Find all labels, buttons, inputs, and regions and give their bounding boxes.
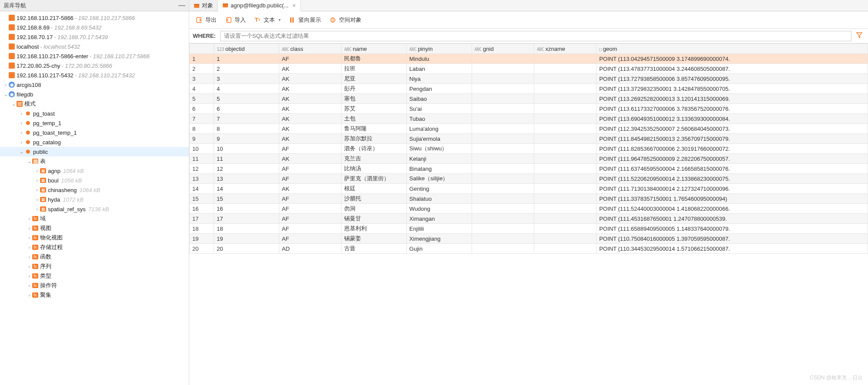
- table-row[interactable]: 44AK彭丹PengdanPOINT (113.3729832350001 3.…: [190, 84, 868, 94]
- cell[interactable]: AK: [279, 64, 341, 74]
- cell[interactable]: [472, 244, 534, 254]
- table-row[interactable]: 1515AF沙腊托ShalatuoPOINT (111.337835715000…: [190, 194, 868, 204]
- cell[interactable]: [472, 164, 534, 174]
- cell[interactable]: 16: [214, 204, 279, 214]
- table-row[interactable]: 2020AD古晋GujinPOINT (110.34453029500014 1…: [190, 244, 868, 254]
- cell[interactable]: Shalatuo: [406, 194, 472, 204]
- cell[interactable]: AF: [279, 204, 341, 214]
- column-header[interactable]: ABCclass: [279, 44, 341, 54]
- table-row[interactable]: 1919AF锡蒙姜XimengjiangPOINT (110.750840160…: [190, 234, 868, 244]
- tree-node[interactable]: ›fx类型: [0, 271, 189, 281]
- cell[interactable]: 萨里克（泗里街）: [342, 174, 407, 184]
- rownum-cell[interactable]: 16: [190, 204, 214, 214]
- cell[interactable]: 2: [214, 64, 279, 74]
- cell[interactable]: [472, 74, 534, 84]
- table-row[interactable]: 1010AF泗务（诗巫）Siwu（shiwu）POINT (111.828536…: [190, 144, 868, 154]
- twist-icon[interactable]: ›: [34, 168, 40, 173]
- cell[interactable]: [472, 54, 534, 64]
- cell[interactable]: [472, 114, 534, 124]
- cell[interactable]: POINT (112.39425352500007 2.560684045000…: [597, 124, 868, 134]
- twist-icon[interactable]: ›: [26, 292, 32, 298]
- table-row[interactable]: 11AF民都鲁MinduluPOINT (113.04294571500009 …: [190, 54, 868, 64]
- cell[interactable]: Kelanji: [406, 154, 472, 164]
- minimize-icon[interactable]: [178, 5, 185, 6]
- cell[interactable]: 比纳汤: [342, 164, 407, 174]
- table-row[interactable]: 88AK鲁马阿隆Luma'alongPOINT (112.39425352500…: [190, 124, 868, 134]
- cell[interactable]: [472, 214, 534, 224]
- cell[interactable]: 彭丹: [342, 84, 407, 94]
- rownum-cell[interactable]: 2: [190, 64, 214, 74]
- cell[interactable]: POINT (113.47837731000004 3.244608505000…: [597, 64, 868, 74]
- tree-node[interactable]: ›▦agnp1064 kB: [0, 166, 189, 176]
- cell[interactable]: [472, 104, 534, 114]
- cell[interactable]: [534, 174, 596, 184]
- cell[interactable]: AK: [279, 154, 341, 164]
- cell[interactable]: 鲁马阿隆: [342, 124, 407, 134]
- cell[interactable]: 1: [214, 54, 279, 64]
- twist-icon[interactable]: ›: [34, 187, 40, 192]
- cell[interactable]: Laban: [406, 64, 472, 74]
- rownum-cell[interactable]: 9: [190, 134, 214, 144]
- cell[interactable]: 13: [214, 174, 279, 184]
- cell[interactable]: [534, 114, 596, 124]
- twist-icon[interactable]: ⌄: [18, 149, 24, 155]
- table-row[interactable]: 1717AF锡曼甘XimanganPOINT (111.453168765000…: [190, 214, 868, 224]
- cell[interactable]: POINT (111.96478525000009 2.282206750000…: [597, 154, 868, 164]
- twist-icon[interactable]: ⌄: [3, 92, 9, 97]
- cell[interactable]: POINT (111.84549821500013 2.356709715000…: [597, 134, 868, 144]
- tree-node[interactable]: ›⬢pg_temp_1: [0, 118, 189, 128]
- cell[interactable]: POINT (113.72793858500006 3.857476095000…: [597, 74, 868, 84]
- cell[interactable]: AF: [279, 164, 341, 174]
- cell[interactable]: AK: [279, 94, 341, 104]
- cell[interactable]: 5: [214, 94, 279, 104]
- cell[interactable]: POINT (113.3729832350001 3.1428478550000…: [597, 84, 868, 94]
- cell[interactable]: 17: [214, 214, 279, 224]
- cell[interactable]: AF: [279, 234, 341, 244]
- editor-tab[interactable]: 对象: [189, 0, 218, 11]
- cell[interactable]: 克兰吉: [342, 154, 407, 164]
- tree-node[interactable]: ›⬢pg_toast: [0, 109, 189, 118]
- rownum-cell[interactable]: 15: [190, 194, 214, 204]
- table-row[interactable]: 1313AF萨里克（泗里街）Salike（silijie）POINT (111.…: [190, 174, 868, 184]
- twist-icon[interactable]: ›: [18, 139, 24, 145]
- tree-node[interactable]: ›▦boul1056 kB: [0, 176, 189, 185]
- cell[interactable]: Luma'along: [406, 124, 472, 134]
- cell[interactable]: [534, 104, 596, 114]
- rownum-cell[interactable]: 8: [190, 124, 214, 134]
- cell[interactable]: 恩基利利: [342, 224, 407, 234]
- cell[interactable]: 拉班: [342, 64, 407, 74]
- twist-icon[interactable]: ›: [3, 82, 9, 87]
- cell[interactable]: POINT (113.04294571500009 3.174899690000…: [597, 54, 868, 64]
- tree-node[interactable]: ⌄◉filegdb: [0, 90, 189, 99]
- cell[interactable]: [534, 64, 596, 74]
- cell[interactable]: Wudong: [406, 204, 472, 214]
- export-button[interactable]: 导出: [195, 16, 217, 24]
- tree-node[interactable]: ⌄▦表: [0, 156, 189, 166]
- cell[interactable]: 7: [214, 114, 279, 124]
- cell[interactable]: [472, 234, 534, 244]
- tree-node[interactable]: 192.168.8.69 - 192.168.8.69:5432: [0, 23, 189, 32]
- cell[interactable]: [472, 94, 534, 104]
- table-row[interactable]: 1616AF勿洞WudongPOINT (111.52440003000004 …: [190, 204, 868, 214]
- cell[interactable]: Niya: [406, 74, 472, 84]
- cell[interactable]: [472, 194, 534, 204]
- cell[interactable]: AK: [279, 134, 341, 144]
- table-row[interactable]: 66AK苏艾Su'aiPOINT (113.61173327000006 3.7…: [190, 104, 868, 114]
- cell[interactable]: 塞包: [342, 94, 407, 104]
- cell[interactable]: 8: [214, 124, 279, 134]
- cell[interactable]: 勿洞: [342, 204, 407, 214]
- tree-node[interactable]: ›⬢pg_toast_temp_1: [0, 128, 189, 137]
- tree-node[interactable]: ›▦spatial_ref_sys7136 kB: [0, 204, 189, 214]
- rownum-cell[interactable]: 19: [190, 234, 214, 244]
- cell[interactable]: [534, 74, 596, 84]
- cell[interactable]: AF: [279, 224, 341, 234]
- cell[interactable]: Enjilili: [406, 224, 472, 234]
- cell[interactable]: [534, 224, 596, 234]
- cell[interactable]: 9: [214, 134, 279, 144]
- column-header[interactable]: 123objectid: [214, 44, 279, 54]
- rownum-cell[interactable]: 20: [190, 244, 214, 254]
- rownum-cell[interactable]: 4: [190, 84, 214, 94]
- cell[interactable]: AK: [279, 124, 341, 134]
- cell[interactable]: [534, 204, 596, 214]
- cell[interactable]: [472, 84, 534, 94]
